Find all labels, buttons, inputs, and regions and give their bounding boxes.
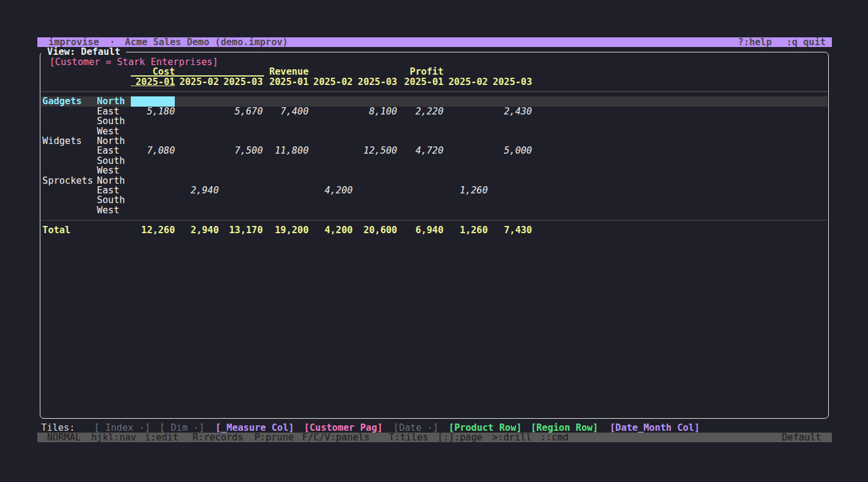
status-hint-4[interactable]: F/C/V:panels [302, 433, 370, 442]
row-label-product[interactable]: Sprockets [42, 176, 93, 186]
total-label: Total [42, 225, 71, 235]
cell-value[interactable]: 11,800 [248, 146, 309, 155]
cell-value[interactable]: 4,720 [383, 146, 444, 155]
cell-value[interactable]: 1,260 [427, 186, 488, 195]
column-header-5[interactable]: 2025-03 [358, 77, 397, 87]
header-separator [41, 91, 828, 92]
row-label-region[interactable]: North [97, 96, 125, 106]
tile-datemonthcol[interactable]: [Date_Month Col] [610, 423, 700, 433]
row-label-product[interactable]: Gadgets [42, 96, 81, 106]
column-header-2[interactable]: 2025-03 [224, 77, 263, 87]
panel-title: View: Default [42, 47, 126, 57]
tile-customerpag[interactable]: [Customer Pag] [304, 423, 383, 433]
tile-date[interactable]: [Date ·] [394, 423, 439, 433]
row-label-region[interactable]: North [97, 176, 125, 186]
tile-measurecol[interactable]: [_Measure Col] [215, 423, 294, 433]
column-header-6[interactable]: 2025-01 [404, 77, 444, 87]
cell-value[interactable]: 4,200 [292, 186, 353, 195]
status-hint-6[interactable]: [:]:page [438, 433, 483, 442]
tile-regionrow[interactable]: [Region Row] [530, 423, 598, 433]
status-hint-3[interactable]: P:prune [254, 433, 294, 442]
cell-value[interactable]: 2,220 [383, 107, 444, 116]
total-value: 7,430 [472, 225, 532, 235]
status-hint-0[interactable]: hjkl:nav [92, 433, 137, 442]
row-label-product[interactable]: Widgets [42, 136, 81, 146]
active-view-name: Default [782, 433, 821, 442]
filter-badge[interactable]: [Customer = Stark Enterprises] [49, 57, 218, 67]
column-header-8[interactable]: 2025-03 [492, 77, 532, 87]
status-hint-5[interactable]: T:tiles [389, 433, 428, 442]
cell-value[interactable]: 2,430 [472, 107, 532, 116]
column-header-1[interactable]: 2025-02 [180, 77, 219, 87]
status-hint-2[interactable]: R:records [193, 433, 244, 442]
topbar-separator: · [110, 37, 115, 47]
quit-shortcut[interactable]: :q quit [787, 37, 826, 47]
status-hint-7[interactable]: >:drill [492, 433, 532, 442]
column-header-4[interactable]: 2025-02 [313, 77, 353, 87]
tile-index[interactable]: [_Index ·] [94, 423, 150, 433]
row-label-region[interactable]: South [97, 156, 125, 166]
tile-dim[interactable]: [_Dim ·] [160, 423, 205, 433]
selected-cell [131, 96, 175, 106]
row-label-region[interactable]: South [97, 116, 125, 126]
row-label-region[interactable]: West [97, 205, 119, 215]
cell-value[interactable]: 7,080 [115, 146, 175, 155]
row-label-region[interactable]: West [97, 127, 119, 136]
mode-indicator: NORMAL [47, 433, 81, 442]
column-header-7[interactable]: 2025-02 [448, 77, 488, 87]
cell-value[interactable]: 5,000 [472, 146, 532, 155]
cell-value[interactable]: 5,180 [115, 107, 175, 116]
status-hint-8[interactable]: ::cmd [541, 433, 569, 442]
app-name: improvise [48, 37, 99, 47]
row-label-region[interactable]: West [97, 166, 119, 175]
cell-value[interactable]: 7,400 [248, 107, 309, 116]
screen: { "colors": { "page_bg": "#1e1f29", "top… [0, 0, 868, 482]
column-header-3[interactable]: 2025-01 [269, 77, 309, 87]
tile-productrow[interactable]: [Product Row] [448, 423, 521, 433]
status-hint-1[interactable]: i:edit [145, 433, 178, 442]
tiles-label: Tiles: [41, 423, 75, 433]
row-label-region[interactable]: East [97, 186, 119, 195]
cell-value[interactable]: 2,940 [159, 186, 219, 195]
row-label-region[interactable]: South [97, 195, 125, 205]
document-title: Acme Sales Demo (demo.improv) [125, 37, 288, 47]
row-label-region[interactable]: North [97, 136, 125, 146]
help-shortcut[interactable]: ?:help [738, 37, 772, 47]
total-separator [41, 220, 828, 221]
selected-column-underline [131, 86, 175, 87]
measure-group-profit[interactable]: Profit [371, 67, 444, 77]
